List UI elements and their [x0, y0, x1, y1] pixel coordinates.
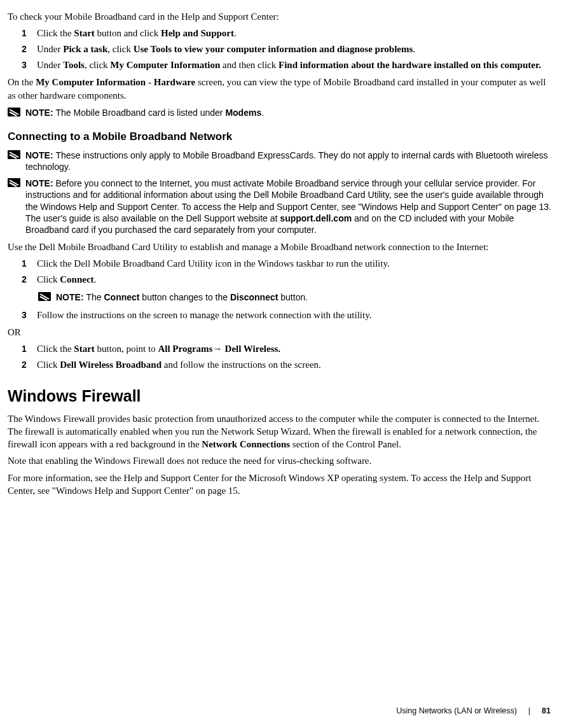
- step-number: 2: [22, 358, 37, 372]
- note-body: NOTE: The Mobile Broadband card is liste…: [25, 107, 553, 118]
- step-number: 3: [22, 59, 37, 72]
- list-item: 2 Click Connect.: [8, 273, 553, 286]
- note-expresscards: NOTE: These instructions only apply to M…: [8, 150, 553, 172]
- list-item: 3 Follow the instructions on the screen …: [8, 309, 553, 322]
- step-body: Click the Dell Mobile Broadband Card Uti…: [37, 257, 553, 270]
- note-icon: [38, 292, 51, 301]
- step-number: 2: [22, 273, 37, 286]
- after-steps-text: On the My Computer Information - Hardwar…: [8, 76, 553, 102]
- firewall-para-3: For more information, see the Help and S…: [8, 472, 553, 498]
- step-number: 1: [22, 342, 37, 356]
- list-item: 1 Click the Start button, point to All P…: [8, 342, 553, 356]
- step-number: 3: [22, 309, 37, 322]
- list-item: 3 Under Tools, click My Computer Informa…: [8, 59, 553, 72]
- list-item: 2 Under Pick a task, click Use Tools to …: [8, 43, 553, 56]
- note-icon: [8, 150, 20, 159]
- step-body: Follow the instructions on the screen to…: [37, 309, 553, 321]
- firewall-para-2: Note that enabling the Windows Firewall …: [8, 454, 553, 467]
- intro-text: To check your Mobile Broadband card in t…: [8, 10, 553, 23]
- note-icon: [8, 178, 20, 187]
- step-number: 2: [22, 43, 37, 56]
- steps-alternate: 1 Click the Start button, point to All P…: [8, 342, 553, 372]
- use-utility-text: Use the Dell Mobile Broadband Card Utili…: [8, 241, 553, 253]
- subheading-connecting: Connecting to a Mobile Broadband Network: [8, 130, 553, 144]
- page-footer: Using Networks (LAN or Wireless) | 81: [396, 706, 551, 717]
- footer-section-title: Using Networks (LAN or Wireless): [396, 706, 517, 717]
- note-connect-disconnect: NOTE: The Connect button changes to the …: [8, 291, 553, 303]
- note-activate-service: NOTE: Before you connect to the Internet…: [8, 178, 553, 235]
- steps-use-utility-cont: 3 Follow the instructions on the screen …: [8, 309, 553, 322]
- steps-check-card: 1 Click the Start button and click Help …: [8, 27, 553, 72]
- list-item: 1 Click the Start button and click Help …: [8, 27, 553, 40]
- firewall-para-1: The Windows Firewall provides basic prot…: [8, 412, 553, 451]
- footer-page-number: 81: [542, 706, 551, 717]
- footer-divider: |: [528, 706, 530, 717]
- note-body: NOTE: The Connect button changes to the …: [56, 291, 553, 303]
- steps-use-utility: 1 Click the Dell Mobile Broadband Card U…: [8, 257, 553, 286]
- step-body: Under Tools, click My Computer Informati…: [37, 59, 553, 71]
- step-number: 1: [22, 257, 37, 270]
- note-body: NOTE: Before you connect to the Internet…: [25, 178, 553, 235]
- note-modems: NOTE: The Mobile Broadband card is liste…: [8, 107, 553, 118]
- heading-windows-firewall: Windows Firewall: [8, 386, 553, 407]
- note-body: NOTE: These instructions only apply to M…: [25, 150, 553, 172]
- list-item: 2 Click Dell Wireless Broadband and foll…: [8, 358, 553, 372]
- step-body: Under Pick a task, click Use Tools to vi…: [37, 43, 553, 55]
- step-number: 1: [22, 27, 37, 40]
- step-body: Click Dell Wireless Broadband and follow…: [37, 358, 553, 371]
- page: To check your Mobile Broadband card in t…: [0, 0, 571, 728]
- step-body: Click the Start button and click Help an…: [37, 27, 553, 39]
- or-divider: OR: [8, 326, 553, 339]
- step-body: Click Connect.: [37, 273, 553, 286]
- note-icon: [8, 108, 20, 116]
- list-item: 1 Click the Dell Mobile Broadband Card U…: [8, 257, 553, 270]
- step-body: Click the Start button, point to All Pro…: [37, 342, 553, 355]
